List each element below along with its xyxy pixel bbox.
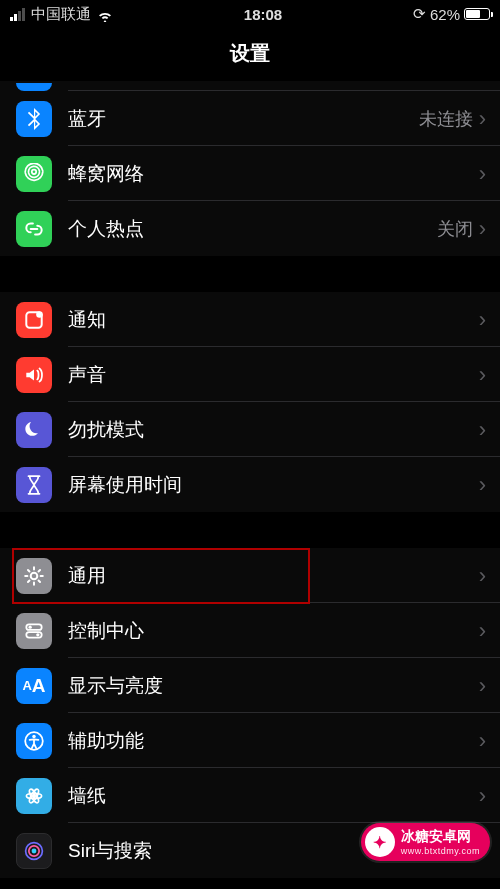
row-label: 墙纸 [68, 783, 106, 809]
row-screentime[interactable]: 屏幕使用时间 › [0, 457, 500, 512]
row-label: 蓝牙 [68, 106, 106, 132]
svg-point-4 [29, 625, 32, 628]
svg-point-1 [36, 311, 43, 318]
row-label: 勿扰模式 [68, 417, 144, 443]
row-value: 关闭 [437, 217, 479, 241]
chevron-right-icon: › [479, 108, 500, 130]
orientation-lock-icon: ⟳ [413, 5, 426, 23]
chevron-right-icon: › [479, 730, 500, 752]
row-label: Siri与搜索 [68, 838, 152, 864]
watermark-url: www.btxtdmy.com [401, 846, 480, 856]
chevron-right-icon: › [479, 163, 500, 185]
row-dnd[interactable]: 勿扰模式 › [0, 402, 500, 457]
row-label: 声音 [68, 362, 106, 388]
moon-icon [16, 412, 52, 448]
text-size-icon: AA [16, 668, 52, 704]
link-icon [16, 211, 52, 247]
row-general[interactable]: 通用 › [0, 548, 500, 603]
toggles-icon [16, 613, 52, 649]
row-notifications[interactable]: 通知 › [0, 292, 500, 347]
row-label: 辅助功能 [68, 728, 144, 754]
chevron-right-icon: › [479, 620, 500, 642]
battery-icon [464, 8, 490, 20]
gear-icon [16, 558, 52, 594]
watermark-mascot-icon: ✦ [365, 827, 395, 857]
siri-icon [16, 833, 52, 869]
signal-icon [10, 8, 25, 21]
row-label: 通用 [68, 563, 106, 589]
svg-point-6 [36, 633, 39, 636]
row-value: 未连接 [419, 107, 479, 131]
chevron-right-icon: › [479, 364, 500, 386]
svg-point-2 [31, 572, 38, 579]
row-bluetooth[interactable]: 蓝牙 未连接 › [0, 91, 500, 146]
status-time: 18:08 [244, 6, 282, 23]
row-label: 显示与亮度 [68, 673, 163, 699]
row-label: 个人热点 [68, 216, 144, 242]
status-left: 中国联通 [10, 5, 113, 24]
antenna-icon [16, 156, 52, 192]
notifications-icon [16, 302, 52, 338]
wifi-icon [97, 8, 113, 20]
settings-group-network: 蓝牙 未连接 › 蜂窝网络 › 个人热点 关闭 › [0, 81, 500, 256]
chevron-right-icon: › [479, 785, 500, 807]
status-right: ⟳ 62% [413, 5, 490, 23]
svg-point-15 [32, 848, 37, 853]
status-bar: 中国联通 18:08 ⟳ 62% [0, 0, 500, 28]
row-hotspot[interactable]: 个人热点 关闭 › [0, 201, 500, 256]
carrier-label: 中国联通 [31, 5, 91, 24]
svg-point-8 [32, 734, 36, 738]
chevron-right-icon: › [479, 419, 500, 441]
row-label: 控制中心 [68, 618, 144, 644]
row-label: 屏幕使用时间 [68, 472, 182, 498]
row-sounds[interactable]: 声音 › [0, 347, 500, 402]
row-display[interactable]: AA 显示与亮度 › [0, 658, 500, 713]
row-label: 蜂窝网络 [68, 161, 144, 187]
settings-group-alerts: 通知 › 声音 › 勿扰模式 › 屏幕使用时间 › [0, 292, 500, 512]
row-wallpaper[interactable]: 墙纸 › [0, 768, 500, 823]
flower-icon [16, 778, 52, 814]
chevron-right-icon: › [479, 474, 500, 496]
battery-pct: 62% [430, 6, 460, 23]
row-partial-previous [0, 81, 500, 91]
page-title: 设置 [0, 28, 500, 81]
watermark-brand: 冰糖安卓网 [401, 828, 480, 846]
hourglass-icon [16, 467, 52, 503]
chevron-right-icon: › [479, 675, 500, 697]
row-accessibility[interactable]: 辅助功能 › [0, 713, 500, 768]
chevron-right-icon: › [479, 218, 500, 240]
watermark-badge: ✦ 冰糖安卓网 www.btxtdmy.com [361, 823, 490, 861]
chevron-right-icon: › [479, 565, 500, 587]
row-controlcenter[interactable]: 控制中心 › [0, 603, 500, 658]
row-cellular[interactable]: 蜂窝网络 › [0, 146, 500, 201]
chevron-right-icon: › [479, 309, 500, 331]
bluetooth-icon [16, 101, 52, 137]
speaker-icon [16, 357, 52, 393]
row-label: 通知 [68, 307, 106, 333]
accessibility-icon [16, 723, 52, 759]
